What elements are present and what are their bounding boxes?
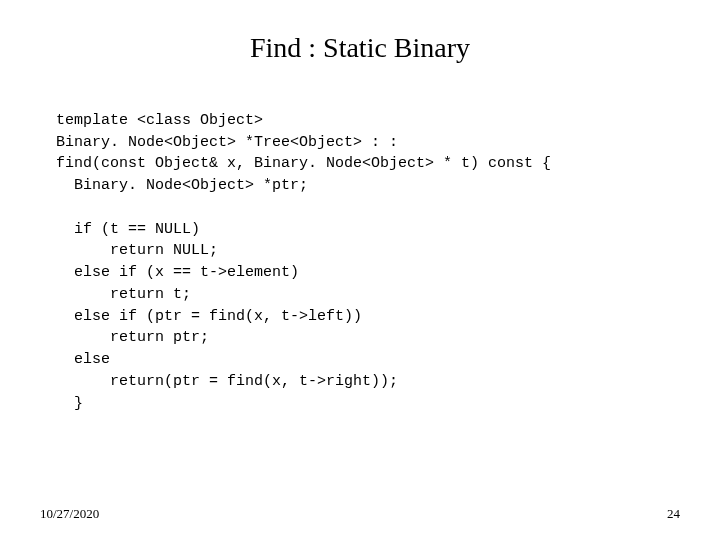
code-line: } bbox=[56, 395, 83, 412]
code-line: find(const Object& x, Binary. Node<Objec… bbox=[56, 155, 551, 172]
slide-title: Find : Static Binary bbox=[56, 32, 664, 64]
footer-page: 24 bbox=[667, 506, 680, 522]
code-line: else if (x == t->element) bbox=[56, 264, 299, 281]
code-line: Binary. Node<Object> *ptr; bbox=[56, 177, 308, 194]
footer: 10/27/2020 24 bbox=[40, 506, 680, 522]
code-line: else bbox=[56, 351, 110, 368]
code-line: else if (ptr = find(x, t->left)) bbox=[56, 308, 362, 325]
slide: Find : Static Binary template <class Obj… bbox=[0, 0, 720, 540]
code-line: template <class Object> bbox=[56, 112, 263, 129]
code-block: template <class Object> Binary. Node<Obj… bbox=[56, 88, 664, 414]
code-line: return ptr; bbox=[56, 329, 209, 346]
code-line: if (t == NULL) bbox=[56, 221, 200, 238]
code-line: return NULL; bbox=[56, 242, 218, 259]
code-line: return t; bbox=[56, 286, 191, 303]
code-line: return(ptr = find(x, t->right)); bbox=[56, 373, 398, 390]
code-line: Binary. Node<Object> *Tree<Object> : : bbox=[56, 134, 398, 151]
footer-date: 10/27/2020 bbox=[40, 506, 99, 522]
